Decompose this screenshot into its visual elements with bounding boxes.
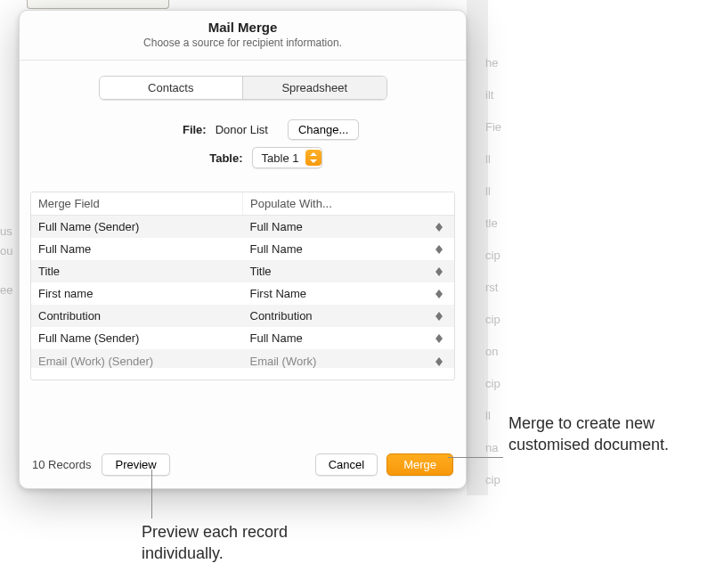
table-row: ContributionContribution bbox=[31, 305, 454, 327]
merge-field-cell: Title bbox=[31, 260, 243, 282]
bg-card-fragment bbox=[27, 0, 169, 9]
table-row: Full Name (Sender)Full Name bbox=[31, 216, 454, 239]
chevron-up-down-icon bbox=[433, 290, 445, 298]
col-header-merge-field[interactable]: Merge Field bbox=[31, 192, 243, 216]
populate-with-cell[interactable]: First Name bbox=[243, 282, 455, 305]
table-row: First nameFirst Name bbox=[31, 282, 454, 305]
table-row: Full Name (Sender)Full Name bbox=[31, 327, 454, 349]
chevron-up-down-icon bbox=[433, 245, 445, 254]
table-label: Table: bbox=[163, 151, 252, 165]
populate-with-cell[interactable]: Full Name bbox=[243, 327, 455, 349]
callout-merge: Merge to create new customised document. bbox=[509, 412, 696, 456]
source-segmented-control: Contacts Spreadsheet bbox=[99, 76, 387, 100]
merge-field-cell: Email (Work) (Sender) bbox=[31, 349, 243, 368]
callout-preview: Preview each record individually. bbox=[142, 521, 338, 565]
table-select-value: Table 1 bbox=[262, 151, 299, 165]
table-row: TitleTitle bbox=[31, 260, 454, 282]
record-count: 10 Records bbox=[32, 458, 91, 471]
dialog-subtitle: Choose a source for recipient informatio… bbox=[34, 37, 452, 49]
merge-button[interactable]: Merge bbox=[387, 453, 453, 476]
callout-line bbox=[448, 457, 503, 458]
merge-field-cell: Full Name (Sender) bbox=[31, 216, 243, 239]
col-header-populate-with[interactable]: Populate With... bbox=[243, 192, 455, 216]
chevron-up-down-icon bbox=[433, 312, 445, 321]
chevron-up-down-icon bbox=[433, 223, 445, 232]
tab-contacts[interactable]: Contacts bbox=[100, 77, 243, 99]
populate-with-cell[interactable]: Full Name bbox=[243, 216, 455, 239]
chevron-up-down-icon bbox=[433, 267, 445, 276]
merge-field-table: Merge Field Populate With... Full Name (… bbox=[30, 192, 455, 380]
cancel-button[interactable]: Cancel bbox=[315, 453, 378, 476]
file-label: File: bbox=[126, 123, 216, 136]
merge-field-cell: Full Name bbox=[31, 238, 243, 260]
dialog-footer: 10 Records Preview Cancel Merge bbox=[20, 441, 466, 488]
table-row: Email (Work) (Sender)Email (Work) bbox=[31, 349, 454, 368]
merge-field-cell: First name bbox=[31, 282, 243, 305]
populate-with-cell[interactable]: Email (Work) bbox=[243, 349, 455, 368]
chevron-up-down-icon bbox=[433, 334, 445, 343]
preview-button[interactable]: Preview bbox=[102, 453, 169, 476]
table-select[interactable]: Table 1 bbox=[252, 147, 323, 168]
table-row: Full NameFull Name bbox=[31, 238, 454, 260]
merge-field-cell: Full Name (Sender) bbox=[31, 327, 243, 349]
callout-line bbox=[151, 470, 152, 519]
chevron-up-down-icon bbox=[433, 357, 445, 366]
bg-right-text: he ilt Fie ll ll tle cip rst cip on cip … bbox=[485, 0, 508, 495]
populate-with-cell[interactable]: Title bbox=[243, 260, 455, 282]
mail-merge-dialog: Mail Merge Choose a source for recipient… bbox=[19, 10, 467, 489]
tab-spreadsheet[interactable]: Spreadsheet bbox=[242, 77, 387, 99]
chevron-up-down-icon bbox=[305, 150, 321, 166]
file-value: Donor List bbox=[216, 123, 268, 136]
dialog-header: Mail Merge Choose a source for recipient… bbox=[20, 11, 466, 61]
populate-with-cell[interactable]: Contribution bbox=[243, 305, 455, 327]
change-file-button[interactable]: Change... bbox=[288, 119, 359, 140]
merge-field-cell: Contribution bbox=[31, 305, 243, 327]
dialog-title: Mail Merge bbox=[34, 20, 452, 35]
populate-with-cell[interactable]: Full Name bbox=[243, 238, 455, 260]
